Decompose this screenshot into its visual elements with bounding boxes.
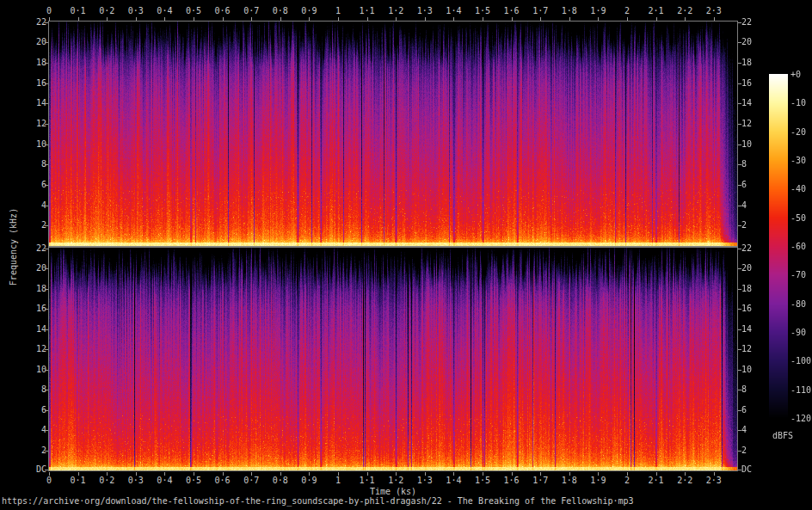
y-tick-label-left: 6	[17, 405, 46, 415]
y-tick-label-right: 10	[741, 139, 779, 150]
y-tick-label-right: 22	[741, 17, 779, 28]
y-tick-label-right: 8	[741, 159, 779, 169]
y-tick-label-left: 16	[17, 304, 46, 314]
y-tick-label-right: 6	[741, 180, 779, 190]
y-tick-mark-right	[738, 329, 741, 330]
y-tick-label-right: 2	[741, 220, 779, 230]
y-tick-mark-right	[738, 430, 741, 431]
y-tick-mark-left	[45, 349, 48, 350]
colorbar-tick-label: -120	[790, 414, 812, 424]
y-tick-mark-right	[738, 410, 741, 411]
x-tick-mark-bottom	[280, 472, 281, 476]
y-tick-mark-left	[45, 164, 48, 165]
y-tick-mark-right	[738, 124, 741, 125]
y-tick-mark-left	[45, 268, 48, 269]
y-tick-mark-left	[45, 470, 48, 470]
colorbar-tick-label: -110	[790, 385, 812, 396]
y-tick-mark-left	[45, 83, 48, 84]
colorbar-tick-label: -10	[790, 98, 812, 108]
x-tick-mark-bottom	[223, 472, 224, 476]
x-tick-mark-top	[714, 17, 715, 21]
x-tick-mark-top	[627, 17, 628, 21]
x-tick-mark-bottom	[107, 472, 108, 476]
y-tick-mark-right	[738, 225, 741, 226]
x-tick-mark-top	[309, 17, 310, 21]
colorbar-tick-label: -40	[790, 184, 812, 194]
y-tick-mark-left	[45, 144, 48, 145]
y-tick-label-left: 12	[17, 119, 46, 129]
y-tick-mark-right	[738, 42, 741, 43]
spectrogram-panel-right-channel	[48, 247, 738, 471]
y-tick-mark-right	[738, 309, 741, 310]
x-tick-mark-bottom	[483, 472, 483, 476]
y-tick-mark-left	[45, 430, 48, 431]
x-tick-mark-top	[656, 17, 657, 21]
x-tick-mark-bottom	[425, 472, 426, 476]
y-tick-label-right-dc: DC	[741, 464, 779, 475]
y-tick-label-right: 4	[741, 200, 779, 211]
x-tick-mark-top	[483, 17, 483, 21]
x-tick-mark-top	[569, 17, 570, 21]
y-tick-mark-left	[45, 42, 48, 43]
x-tick-mark-bottom	[627, 472, 628, 476]
y-tick-mark-left	[45, 390, 48, 390]
y-tick-mark-right	[738, 22, 741, 23]
y-tick-mark-left	[45, 249, 48, 249]
colorbar-tick-label: -20	[790, 127, 812, 138]
x-tick-mark-bottom	[396, 472, 397, 476]
y-tick-label-left: 8	[17, 159, 46, 169]
spectrogram-right-channel-canvas	[49, 248, 737, 470]
y-tick-mark-right	[738, 249, 741, 249]
y-tick-label-right: 8	[741, 384, 779, 395]
x-tick-mark-top	[396, 17, 397, 21]
x-tick-mark-bottom	[251, 472, 252, 476]
colorbar-tick-label: -60	[790, 242, 812, 252]
y-tick-mark-right	[738, 103, 741, 104]
y-tick-label-left: 10	[17, 365, 46, 375]
colorbar-tick-label: -50	[790, 213, 812, 224]
y-tick-mark-right	[738, 144, 741, 145]
y-tick-mark-right	[738, 470, 741, 470]
y-tick-label-right: 22	[741, 243, 779, 254]
y-tick-label-right: 2	[741, 445, 779, 456]
x-tick-mark-top	[598, 17, 599, 21]
y-tick-label-left: 6	[17, 180, 46, 190]
y-tick-label-right: 14	[741, 324, 779, 335]
x-tick-mark-bottom	[49, 472, 50, 476]
colorbar-unit-label: dBFS	[757, 431, 809, 441]
y-tick-mark-right	[738, 289, 741, 290]
colorbar-tick-label: -30	[790, 156, 812, 166]
y-tick-mark-left	[45, 289, 48, 290]
x-tick-mark-bottom	[598, 472, 599, 476]
figure-title-url: https://archive·org/download/the-fellows…	[2, 496, 634, 507]
colorbar-tick-label: -80	[790, 299, 812, 310]
x-tick-mark-top	[367, 17, 368, 21]
x-tick-mark-bottom	[569, 472, 570, 476]
spectrogram-panel-left-channel	[48, 21, 738, 247]
y-tick-label-right: 16	[741, 78, 779, 89]
y-tick-mark-right	[738, 370, 741, 371]
y-tick-label-left: 12	[17, 344, 46, 354]
x-tick-label-bottom: 2·3	[695, 476, 733, 486]
y-tick-label-left: 20	[17, 263, 46, 273]
y-tick-label-right: 12	[741, 119, 779, 129]
x-tick-mark-top	[136, 17, 137, 21]
y-tick-label-left: 14	[17, 98, 46, 108]
x-tick-mark-top	[78, 17, 79, 21]
y-tick-label-left: 16	[17, 78, 46, 89]
x-tick-mark-bottom	[164, 472, 165, 476]
x-tick-mark-bottom	[194, 472, 194, 476]
x-tick-mark-bottom	[685, 472, 686, 476]
y-tick-mark-right	[738, 63, 741, 64]
y-tick-mark-right	[738, 164, 741, 165]
x-tick-mark-bottom	[338, 472, 339, 476]
colorbar-tick-label: +0	[790, 70, 812, 80]
y-tick-mark-left	[45, 185, 48, 186]
x-tick-mark-bottom	[78, 472, 79, 476]
colorbar-tick-label: -100	[790, 356, 812, 366]
x-tick-mark-bottom	[656, 472, 657, 476]
y-tick-label-left: 4	[17, 200, 46, 211]
y-tick-label-left-dc: DC	[17, 464, 46, 475]
x-tick-mark-top	[425, 17, 426, 21]
y-tick-label-left: 18	[17, 58, 46, 68]
